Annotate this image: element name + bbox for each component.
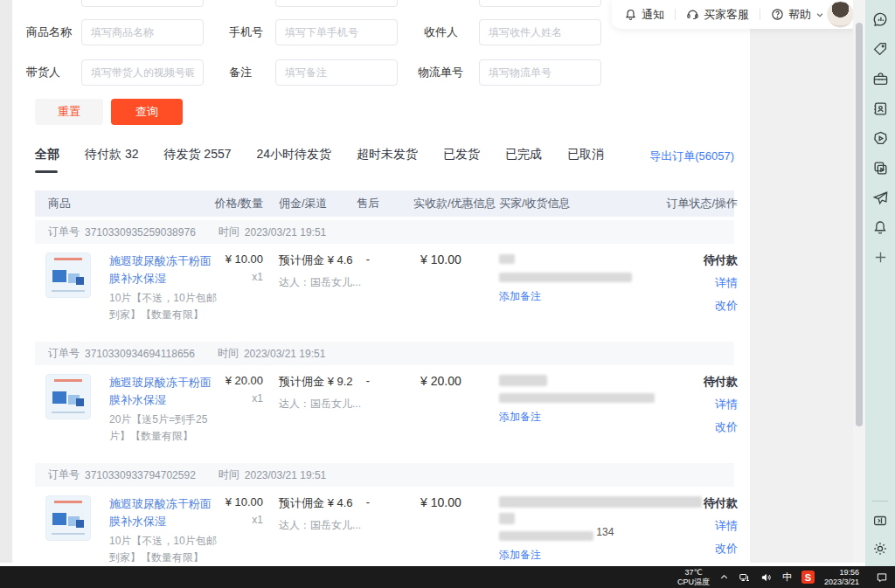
order-bar: 订单号 3710330935259038976 时间 2023/03/21 19… bbox=[35, 220, 734, 244]
redacted-buyer-name bbox=[499, 254, 515, 264]
product-name-input[interactable] bbox=[81, 19, 204, 45]
tab-cancelled[interactable]: 已取消 bbox=[567, 147, 604, 173]
query-button[interactable]: 查询 bbox=[111, 99, 183, 125]
channel-info: 达人：国岳女儿... bbox=[279, 275, 388, 290]
order-card: 订单号 3710330935259038976 时间 2023/03/21 19… bbox=[35, 220, 734, 338]
recipient-label: 收件人 bbox=[424, 19, 458, 45]
media-gallery-icon[interactable] bbox=[871, 159, 889, 176]
clock-date: 2023/3/21 bbox=[824, 578, 859, 586]
order-list: 订单号 3710330935259038976 时间 2023/03/21 19… bbox=[35, 220, 734, 563]
top-toolbar: 通知 买家客服 帮助 bbox=[612, 0, 860, 29]
detail-link[interactable]: 详情 bbox=[633, 518, 738, 534]
tab-24h-pending-shipment[interactable]: 24小时待发货 bbox=[257, 147, 332, 173]
dock-sidebar bbox=[865, 0, 895, 566]
tab-pending-payment[interactable]: 待付款 32 bbox=[85, 147, 138, 173]
order-status: 待付款 bbox=[704, 253, 738, 266]
note-input[interactable] bbox=[275, 59, 398, 86]
seller-order-management-screen: 商品名称 手机号 收件人 带货人 备注 物流单号 重置 查询 全部 待付款 32… bbox=[0, 0, 895, 588]
add-note-link[interactable]: 添加备注 bbox=[499, 548, 541, 563]
tab-overdue-unshipped[interactable]: 超时未发货 bbox=[357, 147, 418, 173]
channel-info: 达人：国岳女儿... bbox=[279, 397, 388, 412]
add-note-link[interactable]: 添加备注 bbox=[499, 410, 541, 425]
avatar[interactable] bbox=[827, 1, 854, 28]
product-thumbnail[interactable] bbox=[45, 252, 91, 298]
reprice-link[interactable]: 改价 bbox=[633, 298, 738, 314]
ime-indicator[interactable]: 中 bbox=[782, 571, 792, 584]
action-center-icon[interactable] bbox=[876, 571, 888, 584]
reset-button[interactable]: 重置 bbox=[35, 99, 103, 125]
header-price: 价格/数量 bbox=[176, 190, 263, 217]
chevron-down-icon bbox=[815, 10, 824, 19]
volume-icon[interactable] bbox=[760, 571, 773, 584]
tab-pending-shipment[interactable]: 待发货 2557 bbox=[163, 147, 231, 173]
product-thumbnail[interactable] bbox=[45, 495, 91, 541]
commission-label: 预计佣金 bbox=[279, 496, 324, 509]
redacted-buyer-line2 bbox=[499, 513, 515, 524]
collapse-panel-icon[interactable] bbox=[871, 512, 889, 529]
order-price: ¥ 10.00 bbox=[225, 252, 263, 266]
cutoff-input-3[interactable] bbox=[479, 0, 601, 7]
tab-completed[interactable]: 已完成 bbox=[505, 147, 542, 173]
detail-link[interactable]: 详情 bbox=[633, 397, 738, 412]
promoter-input[interactable] bbox=[81, 59, 204, 86]
order-card: 订单号 3710330934694118656 时间 2023/03/21 19… bbox=[35, 342, 734, 460]
reprice-link[interactable]: 改价 bbox=[633, 541, 738, 557]
headset-icon bbox=[686, 8, 699, 21]
sogou-input-icon[interactable]: S bbox=[801, 571, 815, 584]
recipient-input[interactable] bbox=[479, 19, 601, 45]
network-icon[interactable] bbox=[739, 571, 751, 584]
shield-play-icon[interactable] bbox=[871, 129, 889, 147]
commission-label: 预计佣金 bbox=[279, 253, 324, 266]
tag-icon[interactable] bbox=[871, 40, 889, 58]
tab-shipped[interactable]: 已发货 bbox=[443, 147, 480, 173]
tab-all[interactable]: 全部 bbox=[35, 147, 59, 173]
order-price: ¥ 10.00 bbox=[225, 495, 263, 508]
export-orders-link[interactable]: 导出订单(56057) bbox=[649, 149, 734, 164]
order-bar: 订单号 3710330933794702592 时间 2023/03/21 19… bbox=[35, 463, 734, 487]
phone-label: 手机号 bbox=[229, 19, 263, 45]
order-qty: x1 bbox=[176, 514, 263, 526]
paper-plane-icon[interactable] bbox=[871, 189, 889, 206]
product-thumbnail[interactable] bbox=[45, 374, 91, 419]
help-button[interactable]: 帮助 bbox=[771, 7, 824, 23]
order-time: 2023/03/21 19:51 bbox=[245, 226, 326, 239]
order-row: 施遐玻尿酸冻干粉面膜补水保湿 10片【不送，10片包邮到家】【数量有限】 ¥ 1… bbox=[35, 244, 734, 338]
toolbox-icon[interactable] bbox=[871, 70, 889, 87]
cutoff-input-1[interactable] bbox=[81, 0, 204, 7]
header-product: 商品 bbox=[48, 190, 71, 217]
order-card: 订单号 3710330933794702592 时间 2023/03/21 19… bbox=[35, 463, 734, 563]
tracking-no-input[interactable] bbox=[479, 59, 601, 86]
detail-link[interactable]: 详情 bbox=[633, 275, 738, 291]
gear-icon[interactable] bbox=[871, 540, 889, 557]
tray-chevron-up-icon[interactable] bbox=[719, 572, 729, 582]
redacted-buyer-address bbox=[499, 393, 655, 403]
add-note-link[interactable]: 添加备注 bbox=[499, 289, 541, 304]
buyer-phone-fragment: 134 bbox=[596, 526, 614, 538]
phone-input[interactable] bbox=[275, 19, 398, 45]
scrollbar-track[interactable] bbox=[853, 0, 865, 566]
cpu-temp-widget[interactable]: 37℃ CPU温度 bbox=[677, 568, 710, 587]
cutoff-input-2[interactable] bbox=[275, 0, 398, 7]
cpu-temp-label: CPU温度 bbox=[677, 578, 710, 586]
order-status: 待付款 bbox=[704, 496, 738, 509]
order-price: ¥ 20.00 bbox=[225, 374, 263, 387]
redacted-buyer-phone bbox=[499, 531, 593, 541]
order-time-label: 时间 bbox=[219, 467, 239, 482]
clock-widget[interactable]: 19:56 2023/3/21 bbox=[824, 568, 859, 587]
customer-service-button[interactable]: 买家客服 bbox=[686, 7, 749, 23]
order-time-label: 时间 bbox=[218, 346, 239, 361]
order-time-label: 时间 bbox=[219, 225, 239, 239]
promoter-label: 带货人 bbox=[26, 59, 60, 86]
notify-button[interactable]: 通知 bbox=[624, 7, 664, 23]
bell-icon[interactable] bbox=[871, 218, 889, 236]
contacts-icon[interactable] bbox=[871, 100, 889, 117]
scrollbar-thumb[interactable] bbox=[856, 23, 863, 426]
bell-icon bbox=[624, 8, 637, 21]
chat-analytics-icon[interactable] bbox=[871, 10, 889, 28]
note-label: 备注 bbox=[229, 59, 252, 86]
add-icon[interactable] bbox=[871, 248, 889, 266]
left-edge-strip bbox=[0, 0, 12, 563]
reprice-link[interactable]: 改价 bbox=[633, 419, 738, 435]
order-status-tabs: 全部 待付款 32 待发货 2557 24小时待发货 超时未发货 已发货 已完成… bbox=[35, 147, 604, 173]
main-content: 商品名称 手机号 收件人 带货人 备注 物流单号 重置 查询 全部 待付款 32… bbox=[12, 0, 750, 563]
